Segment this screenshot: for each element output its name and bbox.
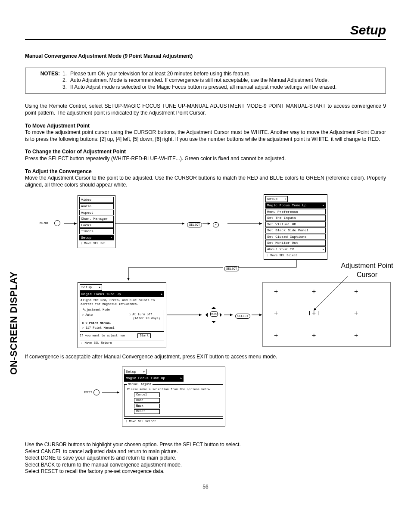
menu2-item[interactable]: Set The Inputs	[265, 215, 326, 221]
notes-3: If Auto Adjust mode is selected or the M…	[70, 84, 381, 91]
tail-1: Use the CURSOR buttons to highlight your…	[25, 442, 386, 448]
menu1-item[interactable]: Timers	[79, 228, 114, 234]
if-adjust-label: If you want to adjust now	[80, 334, 125, 337]
menu2-item[interactable]: Set Closed Captions	[265, 234, 326, 240]
tail-5: Select RESET to recall the factory pre-s…	[25, 468, 386, 475]
cross-icon: +	[354, 310, 358, 317]
notes-label: NOTES:	[30, 71, 62, 78]
menu4: Setup Magic Focus Tune Up Manual Adjust …	[122, 367, 225, 426]
menu2-item[interactable]: Set Virtual HD	[265, 221, 326, 227]
menu1-item[interactable]: Locks	[79, 222, 114, 228]
menu2-title: Setup	[265, 196, 288, 202]
dpad[interactable]: SELECT	[204, 305, 223, 324]
dpad-select[interactable]: SELECT	[210, 311, 218, 317]
menu4-title: Setup	[124, 369, 146, 375]
radio-117-point[interactable]: 117 Point Manual	[82, 326, 162, 330]
after-adjust-text: If convergence is acceptable after Manua…	[25, 354, 386, 361]
cross-icon: +	[274, 288, 278, 295]
adjustment-point-label: Adjustment PointCursor	[337, 261, 397, 280]
notes-num: 3.	[62, 84, 70, 91]
page-number: 56	[25, 484, 386, 491]
adjustment-mode-fieldset: Adjustment Mode Auto At turn off. (After…	[80, 308, 164, 331]
exit-label: EXIT	[84, 390, 92, 395]
menu4-foot: ↕ Move SEL Select	[124, 418, 223, 424]
start-button[interactable]: Start	[137, 333, 151, 338]
menu3-foot: ↕ Move SEL Return	[80, 340, 164, 346]
menu2-foot: ↕ Move SEL Select	[265, 253, 326, 258]
manual-adjust-fieldset: Manual Adjust Please make a selection fr…	[124, 383, 223, 417]
menu4-opt-selected[interactable]: Back	[134, 404, 160, 408]
page-header-title: Setup	[25, 22, 386, 38]
adjustment-mode-legend: Adjustment Mode	[82, 308, 111, 312]
dpad-left-icon[interactable]	[203, 313, 208, 317]
menu2-item[interactable]: About Your TV	[265, 246, 326, 252]
menu1-item[interactable]: Video	[79, 197, 114, 203]
dpad-up-icon[interactable]	[212, 305, 216, 309]
cross-icon-selected: +	[312, 310, 316, 317]
svg-rect-9	[263, 282, 390, 347]
menu1-item[interactable]: Aspect	[79, 210, 114, 216]
menu2-item[interactable]: Menu Preference	[265, 209, 326, 215]
move-title: To Move Adjustment Point	[25, 123, 386, 130]
menu4-opt[interactable]: Cancel	[134, 392, 160, 397]
color-text: Press the SELECT button repeatedly (WHIT…	[25, 156, 386, 162]
header-rule	[25, 39, 386, 40]
notes-num: 2.	[62, 77, 70, 84]
menu4-prompt: Please make a selection from the options…	[127, 388, 220, 392]
cross-icon: +	[354, 288, 358, 295]
menu2: Setup Magic Focus Tune Up Menu Preferenc…	[264, 194, 327, 260]
menu4-sub-selected[interactable]: Magic Focus Tune Up	[124, 375, 184, 381]
menu1-foot: ↕ Move SEL Sel	[79, 241, 114, 246]
select-button[interactable]: SELECT	[187, 222, 202, 227]
menu3: Setup Magic Focus Tune Up Aligns the Red…	[78, 282, 166, 348]
radio-9-point[interactable]: 9 Point Manual	[82, 321, 162, 326]
chk-at-turn-off[interactable]: At turn off.	[129, 313, 154, 316]
menu-button-icon[interactable]	[54, 220, 60, 226]
manual-adjust-legend: Manual Adjust	[127, 383, 153, 386]
tail-3: Select DONE to save your adjustments and…	[25, 455, 386, 462]
intro-paragraph: Using the Remote Control, select SETUP-M…	[25, 103, 386, 116]
menu3-sub-selected[interactable]: Magic Focus Tune Up	[80, 291, 164, 297]
menu-label: MENU	[40, 221, 48, 225]
dpad-down-icon[interactable]	[212, 321, 216, 325]
notes-box: NOTES: 1. Please turn ON your television…	[25, 68, 386, 94]
cross-icon: +	[354, 332, 358, 339]
cross-icon: +	[312, 288, 316, 295]
menu1: Video Audio Aspect Chan. Manager Locks T…	[78, 195, 115, 248]
tail-2: Select CANCEL to cancel adjusted data an…	[25, 448, 386, 455]
exit-figure: EXIT Setup Magic Focus Tune Up Manual Ad…	[72, 367, 339, 436]
adjust-title: To Adjust the Convergence	[25, 168, 386, 175]
chk-after-90: (After 90 days).	[129, 317, 162, 320]
menu2-item[interactable]: Set Black Side Panel	[265, 227, 326, 233]
menu4-opt[interactable]: Done	[134, 398, 160, 403]
down-button[interactable]: ▾	[213, 222, 219, 227]
side-label: ON-SCREEN DISPLAY	[8, 271, 20, 375]
menu3-title: Setup	[80, 284, 102, 290]
section-main-title: Manual Convergence Adjustment Mode (9 Po…	[25, 53, 386, 60]
menu1-item[interactable]: Audio	[79, 203, 114, 209]
menu4-opt[interactable]: Reset	[134, 409, 160, 414]
dpad-right-icon[interactable]	[220, 313, 224, 317]
cross-icon: +	[274, 332, 278, 339]
cross-icon: +	[312, 332, 316, 339]
menu1-item-selected[interactable]: Setup	[79, 235, 114, 241]
flow-figure: MENU Video Audio Aspect Chan. Manager Lo…	[38, 194, 391, 349]
tail-4: Select BACK to return to the manual conv…	[25, 462, 386, 469]
select-button[interactable]: SELECT	[224, 266, 239, 271]
radio-auto[interactable]: Auto	[82, 313, 93, 320]
menu2-item[interactable]: Set Monitor Out	[265, 240, 326, 246]
cross-icon: +	[274, 310, 278, 317]
svg-line-8	[314, 276, 348, 311]
move-text: To move the adjustment point cursor usin…	[25, 129, 386, 143]
adjust-text: Move the Adjustment Cursor to the point …	[25, 175, 386, 188]
menu3-desc: Aligns the Red, Green, and Blue colors t…	[80, 298, 164, 307]
color-title: To Change the Color of Adjustment Point	[25, 149, 386, 156]
select-button[interactable]: SELECT	[235, 314, 250, 319]
notes-num: 1.	[62, 71, 70, 78]
notes-2: Auto Adjustment Mode is recommended. If …	[70, 77, 381, 84]
menu2-item-selected[interactable]: Magic Focus Tune Up	[265, 202, 326, 208]
exit-button-icon[interactable]	[93, 389, 100, 395]
notes-1: Please turn ON your television for at le…	[70, 71, 381, 78]
menu1-item[interactable]: Chan. Manager	[79, 216, 114, 222]
